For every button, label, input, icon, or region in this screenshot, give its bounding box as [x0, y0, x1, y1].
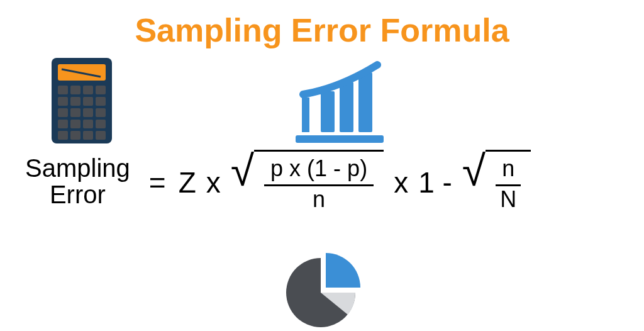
svg-rect-4	[70, 86, 80, 94]
pie-chart-icon	[283, 252, 365, 327]
bar-chart-icon	[289, 60, 390, 148]
svg-rect-21	[83, 131, 93, 140]
lhs-line2: Error	[25, 181, 130, 208]
radical-icon: √	[231, 155, 254, 187]
svg-rect-16	[70, 120, 80, 128]
svg-rect-20	[70, 131, 80, 140]
fraction-1: p x (1 - p) n	[254, 150, 384, 213]
svg-rect-12	[70, 108, 80, 117]
svg-rect-17	[83, 120, 93, 128]
svg-rect-22	[96, 131, 106, 140]
svg-rect-23	[296, 135, 384, 143]
svg-rect-18	[96, 120, 106, 128]
svg-rect-10	[96, 97, 106, 106]
equals-sign: =	[149, 166, 166, 199]
svg-rect-3	[58, 86, 68, 94]
sqrt-2: √ n N	[462, 151, 531, 214]
svg-rect-8	[70, 97, 80, 106]
svg-rect-5	[83, 86, 93, 94]
svg-rect-26	[340, 82, 353, 132]
one-minus: 1 -	[418, 166, 452, 199]
svg-rect-25	[321, 91, 335, 132]
svg-rect-11	[58, 108, 68, 117]
svg-rect-14	[96, 108, 106, 117]
frac1-denominator: n	[313, 185, 325, 212]
z-term: Z	[179, 166, 196, 199]
svg-rect-9	[83, 97, 93, 106]
formula-lhs: Sampling Error	[25, 155, 130, 208]
page-title: Sampling Error Formula	[0, 11, 644, 49]
multiply-2: x	[394, 166, 408, 199]
sqrt-1: √ p x (1 - p) n	[231, 151, 384, 214]
svg-rect-15	[58, 120, 68, 128]
fraction-2: n N	[486, 150, 531, 213]
svg-rect-27	[358, 72, 372, 132]
svg-rect-19	[58, 131, 68, 140]
formula: Sampling Error = Z x √ p x (1 - p) n x 1…	[25, 151, 629, 214]
svg-rect-7	[58, 97, 68, 106]
lhs-line1: Sampling	[25, 155, 130, 181]
frac2-denominator: N	[500, 185, 516, 212]
svg-rect-6	[96, 86, 106, 94]
svg-rect-13	[83, 108, 93, 117]
frac1-numerator: p x (1 - p)	[264, 155, 374, 186]
multiply-1: x	[206, 166, 221, 199]
frac2-numerator: n	[496, 155, 521, 186]
radical-icon-2: √	[462, 155, 486, 187]
calculator-icon	[50, 57, 113, 145]
svg-rect-24	[302, 98, 309, 132]
